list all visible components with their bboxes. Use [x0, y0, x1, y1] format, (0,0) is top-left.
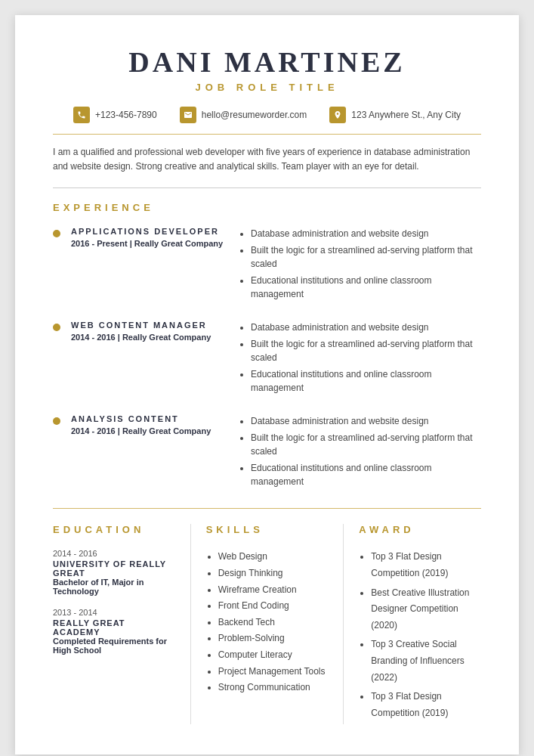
email-contact: hello@resumeworder.com — [180, 107, 307, 123]
award-3: Top 3 Flat Design Competition (2019) — [371, 689, 481, 721]
resume-container: DANI MARTINEZ JOB ROLE TITLE +123-456-78… — [15, 15, 519, 754]
location-icon — [329, 107, 346, 123]
summary-text: I am a qualified and professional web de… — [53, 145, 481, 174]
skill-8: Strong Communication — [218, 680, 329, 696]
exp-bullet-3-1: Built the logic for a streamlined ad-ser… — [251, 431, 481, 458]
exp-bullets-3: Database administration and website desi… — [237, 414, 481, 488]
exp-date-1: 2016 - Present | Really Great Company — [71, 239, 237, 248]
exp-title-1: APPLICATIONS DEVELOPER — [71, 227, 237, 236]
contact-bar: +123-456-7890 hello@resumeworder.com 123… — [53, 107, 481, 123]
education-title: EDUCATION — [53, 524, 175, 535]
exp-dot-2 — [53, 324, 60, 331]
header: DANI MARTINEZ JOB ROLE TITLE — [53, 45, 481, 93]
award-1: Best Creative Illustration Designer Comp… — [371, 585, 481, 634]
exp-bullet-2-0: Database administration and website desi… — [251, 321, 481, 334]
exp-bullet-2-1: Built the logic for a streamlined ad-ser… — [251, 337, 481, 364]
exp-bullet-2-2: Educational institutions and online clas… — [251, 367, 481, 395]
edu-school-2: REALLY GREAT ACADEMY — [53, 618, 175, 637]
skill-0: Web Design — [218, 549, 329, 565]
phone-contact: +123-456-7890 — [73, 107, 157, 123]
skill-4: Backend Tech — [218, 615, 329, 631]
exp-left-1: APPLICATIONS DEVELOPER 2016 - Present | … — [71, 227, 237, 304]
skill-6: Computer Literacy — [218, 647, 329, 664]
summary-divider — [53, 187, 481, 188]
edu-item-2: 2013 - 2014 REALLY GREAT ACADEMY Complet… — [53, 608, 175, 655]
award-column: AWARD Top 3 Flat Design Competition (201… — [359, 524, 481, 724]
exp-bullets-2: Database administration and website desi… — [237, 321, 481, 395]
skills-list: Web Design Design Thinking Wireframe Cre… — [206, 549, 329, 696]
exp-left-3: ANALYSIS CONTENT 2014 - 2016 | Really Gr… — [71, 414, 237, 491]
exp-right-3: Database administration and website desi… — [237, 414, 481, 491]
exp-dot-1 — [53, 230, 60, 237]
exp-bullet-3-2: Educational institutions and online clas… — [251, 461, 481, 488]
edu-year-2: 2013 - 2014 — [53, 608, 175, 617]
phone-text: +123-456-7890 — [95, 110, 157, 120]
exp-title-2: WEB CONTENT MANAGER — [71, 321, 237, 330]
exp-bullet-1-2: Educational institutions and online clas… — [251, 274, 481, 301]
exp-right-2: Database administration and website desi… — [237, 321, 481, 398]
exp-bullet-1-1: Built the logic for a streamlined ad-ser… — [251, 243, 481, 271]
exp-left-2: WEB CONTENT MANAGER 2014 - 2016 | Really… — [71, 321, 237, 398]
edu-degree-2: Completed Requirements for High School — [53, 637, 175, 655]
address-contact: 123 Anywhere St., Any City — [329, 107, 461, 123]
education-column: EDUCATION 2014 - 2016 UNIVERSITY OF REAL… — [53, 524, 191, 724]
exp-bullet-3-0: Database administration and website desi… — [251, 414, 481, 428]
skill-2: Wireframe Creation — [218, 582, 329, 599]
experience-title: EXPERIENCE — [53, 202, 481, 213]
exp-bullets-1: Database administration and website desi… — [237, 227, 481, 301]
email-icon — [180, 107, 196, 123]
award-0: Top 3 Flat Design Competition (2019) — [371, 549, 481, 581]
experience-section: EXPERIENCE APPLICATIONS DEVELOPER 2016 -… — [53, 202, 481, 491]
full-name: DANI MARTINEZ — [53, 45, 481, 79]
contact-divider — [53, 134, 481, 135]
edu-year-1: 2014 - 2016 — [53, 549, 175, 558]
edu-item-1: 2014 - 2016 UNIVERSITY OF REALLY GREAT B… — [53, 549, 175, 596]
award-2: Top 3 Creative Social Branding of Influe… — [371, 637, 481, 686]
exp-title-3: ANALYSIS CONTENT — [71, 414, 237, 423]
exp-item-1: APPLICATIONS DEVELOPER 2016 - Present | … — [53, 227, 481, 304]
award-title: AWARD — [359, 524, 481, 535]
skill-7: Project Management Tools — [218, 664, 329, 680]
exp-item-2: WEB CONTENT MANAGER 2014 - 2016 | Really… — [53, 321, 481, 398]
email-text: hello@resumeworder.com — [202, 110, 307, 120]
skill-1: Design Thinking — [218, 565, 329, 582]
bottom-section: EDUCATION 2014 - 2016 UNIVERSITY OF REAL… — [53, 508, 481, 724]
skill-3: Front End Coding — [218, 598, 329, 615]
exp-bullet-1-0: Database administration and website desi… — [251, 227, 481, 240]
exp-date-2: 2014 - 2016 | Really Great Company — [71, 333, 237, 342]
edu-degree-1: Bachelor of IT, Major in Technology — [53, 578, 175, 596]
job-title: JOB ROLE TITLE — [53, 82, 481, 93]
exp-dot-3 — [53, 417, 60, 425]
skills-title: SKILLS — [206, 524, 329, 535]
exp-item-3: ANALYSIS CONTENT 2014 - 2016 | Really Gr… — [53, 414, 481, 491]
skills-column: SKILLS Web Design Design Thinking Wirefr… — [206, 524, 344, 724]
phone-icon — [73, 107, 90, 123]
skill-5: Problem-Solving — [218, 631, 329, 647]
edu-school-1: UNIVERSITY OF REALLY GREAT — [53, 559, 175, 578]
address-text: 123 Anywhere St., Any City — [351, 110, 461, 120]
exp-date-3: 2014 - 2016 | Really Great Company — [71, 426, 237, 435]
award-list: Top 3 Flat Design Competition (2019) Bes… — [359, 549, 481, 721]
exp-right-1: Database administration and website desi… — [237, 227, 481, 304]
